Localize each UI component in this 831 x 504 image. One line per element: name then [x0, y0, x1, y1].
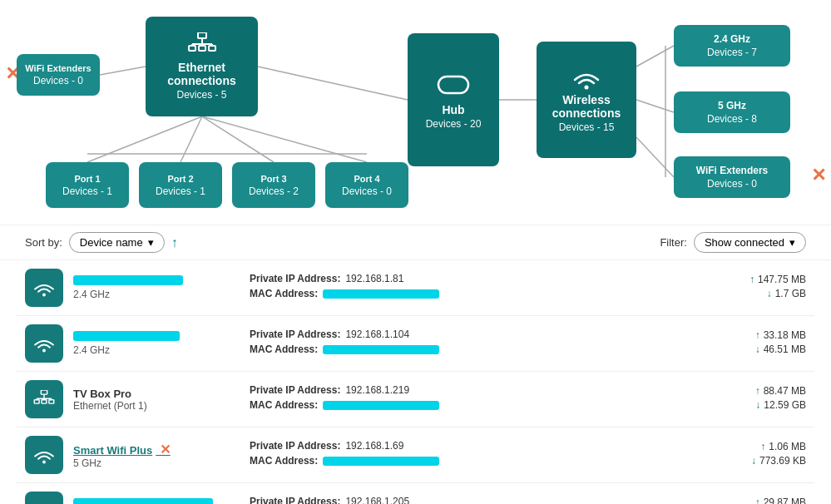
upload-arrow-icon: ↑ — [749, 274, 754, 285]
device-row: 5 GHzPrivate IP Address: 192.168.1.205MA… — [17, 483, 814, 504]
wifi-icon — [32, 446, 56, 464]
filter-chevron-icon: ▾ — [789, 236, 795, 249]
svg-point-23 — [42, 294, 46, 297]
device-icon — [25, 436, 63, 474]
download-row: ↓ 46.51 MB — [706, 343, 806, 355]
node-5ghz-sub: Devices - 8 — [707, 113, 757, 125]
node-port2: Port 2 Devices - 1 — [139, 162, 222, 208]
node-port4: Port 4 Devices - 0 — [325, 162, 408, 208]
device-ip-section: Private IP Address: 192.168.1.205MAC Add… — [250, 496, 696, 504]
device-icon — [25, 380, 63, 418]
device-traffic: ↑ 29.87 MB ↓ 378.52 MB — [706, 497, 806, 504]
ethernet-device-icon — [32, 390, 56, 408]
svg-line-0 — [100, 67, 146, 75]
wifi-icon — [32, 279, 56, 297]
svg-line-1 — [258, 67, 408, 100]
device-band: 2.4 GHz — [73, 289, 240, 300]
svg-rect-12 — [198, 32, 206, 38]
ip-row: Private IP Address: 192.168.1.104 — [250, 329, 696, 340]
ip-row: Private IP Address: 192.168.1.69 — [250, 440, 696, 452]
device-ip-section: Private IP Address: 192.168.1.104MAC Add… — [250, 329, 696, 358]
node-ethernet-sub: Devices - 5 — [176, 89, 226, 101]
svg-rect-25 — [41, 390, 47, 394]
upload-arrow-icon: ↑ — [755, 385, 760, 397]
device-row: TV Box ProEthernet (Port 1)Private IP Ad… — [17, 372, 814, 427]
device-ip-section: Private IP Address: 192.168.1.69MAC Addr… — [250, 440, 696, 470]
node-wireless: Wireless connections Devices - 15 — [537, 42, 636, 158]
device-icon — [25, 269, 63, 307]
wifi-icon — [32, 334, 56, 353]
device-info: 5 GHz — [73, 498, 240, 504]
download-arrow-icon: ↓ — [767, 288, 772, 299]
sort-chevron-icon: ▾ — [148, 236, 154, 249]
device-icon — [25, 492, 63, 504]
download-arrow-icon: ↓ — [755, 399, 760, 411]
svg-point-34 — [42, 461, 46, 464]
download-arrow-icon: ↓ — [751, 455, 756, 467]
device-band: 2.4 GHz — [73, 344, 240, 356]
ip-value: 192.168.1.104 — [345, 329, 409, 340]
device-name-bar — [73, 498, 213, 504]
node-wireless-sub: Devices - 15 — [559, 121, 615, 133]
ip-label: Private IP Address: — [250, 384, 340, 396]
device-ip-section: Private IP Address: 192.168.1.81MAC Addr… — [250, 273, 696, 303]
node-ethernet: Ethernet connections Devices - 5 — [146, 17, 258, 116]
ip-value: 192.168.1.69 — [345, 440, 403, 452]
upload-arrow-icon: ↑ — [760, 441, 765, 452]
download-row: ↓ 1.7 GB — [706, 288, 806, 299]
node-hub: Hub Devices - 20 — [408, 33, 499, 166]
list-controls: Sort by: Device name ▾ ↑ Filter: Show co… — [0, 225, 831, 260]
svg-rect-28 — [49, 400, 54, 403]
mac-row: MAC Address: — [250, 455, 696, 467]
svg-point-22 — [585, 86, 589, 90]
upload-arrow-icon: ↑ — [755, 329, 760, 341]
download-row: ↓ 12.59 GB — [706, 399, 806, 411]
device-row: Smart Wifi Plus ✕5 GHzPrivate IP Address… — [17, 427, 814, 483]
svg-line-5 — [202, 116, 367, 162]
node-hub-sub: Devices - 20 — [426, 118, 482, 130]
node-wifi-ext-right: WiFi Extenders Devices - 0 — [674, 156, 790, 198]
node-wifi-ext-left: WiFi Extenders Devices - 0 — [17, 54, 100, 96]
upload-value: 29.87 MB — [764, 497, 806, 504]
svg-rect-26 — [34, 400, 39, 403]
node-port1-label: Port 1 — [74, 174, 100, 184]
mac-row: MAC Address: — [250, 343, 696, 355]
ip-row: Private IP Address: 192.168.1.205 — [250, 496, 696, 504]
sort-direction-button[interactable]: ↑ — [171, 235, 178, 250]
mac-label: MAC Address: — [250, 343, 318, 355]
device-traffic: ↑ 88.47 MB ↓ 12.59 GB — [706, 385, 806, 413]
sort-dropdown[interactable]: Device name ▾ — [69, 232, 165, 253]
node-port3-label: Port 3 — [260, 174, 286, 184]
device-name-link[interactable]: Smart Wifi Plus ✕ — [73, 442, 240, 457]
node-5ghz: 5 GHz Devices - 8 — [674, 91, 790, 133]
ip-label: Private IP Address: — [250, 440, 340, 452]
filter-dropdown[interactable]: Show connected ▾ — [694, 232, 806, 253]
node-ethernet-label: Ethernet connections — [146, 61, 258, 87]
device-band: 5 GHz — [73, 457, 240, 469]
upload-value: 147.75 MB — [758, 274, 806, 285]
ip-row: Private IP Address: 192.168.1.81 — [250, 273, 696, 284]
upload-row: ↑ 33.18 MB — [706, 329, 806, 341]
download-row: ↓ 773.69 KB — [706, 455, 806, 467]
device-row: 2.4 GHzPrivate IP Address: 192.168.1.81M… — [17, 260, 814, 316]
device-ip-section: Private IP Address: 192.168.1.219MAC Add… — [250, 384, 696, 414]
mac-row: MAC Address: — [250, 399, 696, 411]
download-value: 46.51 MB — [764, 343, 806, 355]
node-wireless-label: Wireless connections — [537, 93, 636, 120]
device-icon — [25, 324, 63, 363]
ip-row: Private IP Address: 192.168.1.219 — [250, 384, 696, 396]
filter-option: Show connected — [705, 236, 784, 249]
svg-rect-21 — [438, 77, 468, 93]
device-x-marker: ✕ — [156, 442, 170, 457]
ip-value: 192.168.1.81 — [345, 273, 403, 284]
mac-bar — [323, 289, 439, 299]
node-port1-sub: Devices - 1 — [62, 185, 112, 197]
device-list: 2.4 GHzPrivate IP Address: 192.168.1.81M… — [0, 260, 831, 504]
device-name-bar — [73, 331, 180, 341]
node-wifi-ext-left-sub: Devices - 0 — [33, 75, 83, 86]
ethernet-icon — [187, 32, 217, 57]
device-info: Smart Wifi Plus ✕5 GHz — [73, 442, 240, 469]
node-wifi-ext-right-label: WiFi Extenders — [696, 165, 769, 176]
node-port4-label: Port 4 — [354, 174, 379, 184]
node-port4-sub: Devices - 0 — [342, 185, 392, 197]
